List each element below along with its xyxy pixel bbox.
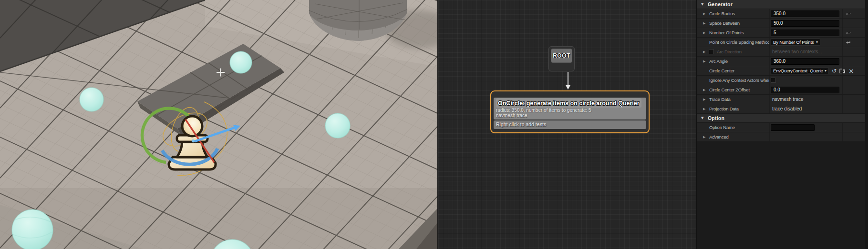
property-label: Number Of Points — [709, 30, 744, 35]
revert-to-default-icon[interactable]: ↩ — [846, 30, 851, 36]
property-row-trace-data: ▶Trace Datanavmesh trace — [697, 95, 868, 104]
property-label: Ignore Any Context Actors when... — [709, 78, 769, 83]
expander-icon[interactable]: ▶ — [703, 135, 705, 139]
property-value-cell: between two contexts... — [769, 47, 842, 56]
property-value-cell — [769, 76, 842, 85]
property-label-cell: Option Name — [697, 123, 769, 132]
property-value-cell: 360.0 — [769, 57, 842, 66]
property-value-cell: 5 — [769, 28, 842, 37]
value-input-circle-radius[interactable]: 350.0 — [771, 10, 839, 17]
value-input-option-name[interactable] — [771, 124, 815, 131]
dropdown-circle-center[interactable]: EnvQueryContext_Querier▾ — [771, 67, 829, 74]
property-extra-cell — [842, 95, 868, 104]
property-value-cell: 50.0 — [769, 19, 842, 28]
value-input-space-between[interactable]: 50.0 — [771, 20, 839, 27]
property-extra-cell: ↩ — [842, 28, 868, 37]
property-row-advanced: ▶Advanced — [697, 132, 868, 142]
expander-icon[interactable]: ▶ — [703, 98, 705, 101]
property-row-projection-data: ▶Projection Datatrace disabled — [697, 104, 868, 114]
property-label: Point on Circle Spacing Method — [709, 40, 769, 45]
node-connection-wire — [568, 72, 568, 86]
property-extra-cell — [842, 85, 868, 94]
property-extra-cell — [842, 76, 868, 85]
property-row-ignore-any-context-actors-when: Ignore Any Context Actors when... — [697, 76, 868, 85]
debug-sphere — [325, 113, 350, 138]
expander-icon[interactable]: ▶ — [703, 107, 705, 111]
property-label: Circle Center — [709, 68, 734, 73]
generator-node-line1: radius: 350.0, number of items to genera… — [496, 108, 644, 113]
pivot-dot — [192, 139, 195, 142]
expander-icon[interactable]: ▶ — [703, 21, 705, 25]
generator-node-header: OnCircle: generate items on circle aroun… — [494, 98, 646, 120]
value-text: between two contexts... — [771, 49, 822, 54]
property-extra-cell — [842, 132, 868, 141]
details-rows: ▼Generator▶Circle Radius350.0↩▶Space Bet… — [697, 0, 868, 142]
collapse-arrow-icon[interactable]: ▼ — [701, 2, 708, 6]
property-extra-cell: ↩ — [842, 38, 868, 47]
property-row-number-of-points: ▶Number Of Points5↩ — [697, 28, 868, 38]
property-value-cell: By Number Of Points▾ — [769, 38, 842, 47]
property-label-cell: ▶Advanced — [697, 132, 769, 141]
value-input-text: 5 — [774, 30, 776, 35]
property-extra-cell — [842, 19, 868, 28]
property-value-cell — [769, 132, 842, 141]
root-node-title: ROOT — [553, 52, 570, 59]
eqs-editor-window: ROOT OnCircle: generate items on circle … — [0, 0, 868, 249]
property-label-cell: ▶Arc Angle — [697, 57, 769, 66]
generator-node-body[interactable]: Right click to add tests — [494, 120, 646, 129]
property-label: Circle Center ZOffset — [709, 87, 750, 92]
property-extra-cell — [842, 47, 868, 56]
checkbox-ignore-any-context-actors-when[interactable] — [771, 78, 776, 83]
3d-viewport[interactable] — [0, 0, 437, 249]
property-row-circle-center-zoffset: ▶Circle Center ZOffset0.0 — [697, 85, 868, 95]
category-label: Option — [708, 115, 724, 121]
expander-icon[interactable]: ▶ — [703, 12, 705, 16]
expander-icon[interactable]: ▶ — [703, 60, 705, 63]
property-label-cell: Point on Circle Spacing Method — [697, 38, 769, 47]
value-input-number-of-points[interactable]: 5 — [771, 30, 839, 36]
property-label: Circle Radius — [709, 11, 735, 16]
property-label: Arc Direction — [717, 49, 742, 54]
property-row-arc-angle: ▶Arc Angle360.0 — [697, 57, 868, 66]
property-row-space-between: ▶Space Between50.0 — [697, 19, 868, 28]
property-row-point-on-circle-spacing-method: Point on Circle Spacing MethodBy Number … — [697, 38, 868, 47]
use-selected-asset-icon[interactable]: ↺ — [832, 68, 837, 74]
value-input-arc-angle[interactable]: 360.0 — [771, 58, 839, 65]
value-input-circle-center-zoffset[interactable]: 0.0 — [771, 87, 839, 93]
category-header-generator[interactable]: ▼Generator — [697, 0, 868, 9]
revert-to-default-icon[interactable]: ↩ — [846, 39, 851, 45]
generator-node-selected[interactable]: OnCircle: generate items on circle aroun… — [490, 90, 650, 133]
details-scrollbar[interactable] — [865, 0, 868, 249]
eqs-graph-canvas[interactable]: ROOT OnCircle: generate items on circle … — [437, 0, 696, 249]
property-label-cell: ▶Space Between — [697, 19, 769, 28]
root-node[interactable]: ROOT — [548, 46, 575, 71]
expander-icon[interactable]: ▶ — [703, 50, 705, 54]
property-value-cell: trace disabled — [769, 104, 842, 113]
property-label-cell: ▶Number Of Points — [697, 28, 769, 37]
category-header-option[interactable]: ▼Option — [697, 114, 868, 123]
dropdown-selected-value: EnvQueryContext_Querier — [773, 68, 823, 73]
property-label-cell: ▶Projection Data — [697, 104, 769, 113]
expander-icon[interactable]: ▶ — [703, 88, 705, 92]
category-label: Generator — [708, 1, 733, 7]
property-extra-cell — [842, 104, 868, 113]
expander-icon[interactable]: ▶ — [703, 31, 705, 35]
revert-to-default-icon[interactable]: ↩ — [846, 10, 851, 17]
dropdown-point-on-circle-spacing-method[interactable]: By Number Of Points▾ — [771, 39, 820, 46]
property-label-cell: ▶Arc Direction — [697, 47, 769, 56]
root-node-title-box: ROOT — [551, 49, 572, 63]
property-label-cell: ▶Circle Radius — [697, 9, 769, 18]
debug-sphere — [12, 209, 53, 249]
property-row-circle-center: Circle CenterEnvQueryContext_Querier▾↺× — [697, 66, 868, 76]
property-label-cell: Ignore Any Context Actors when... — [697, 76, 769, 85]
checkbox-arc-direction[interactable] — [709, 49, 714, 54]
node-connection-arrowhead — [566, 85, 570, 90]
generator-node-title: OnCircle: generate items on circle aroun… — [498, 100, 640, 107]
property-extra-cell — [842, 66, 868, 75]
property-row-option-name: Option Name — [697, 123, 868, 132]
property-label: Option Name — [709, 125, 735, 130]
property-label-cell: ▶Trace Data — [697, 95, 769, 104]
collapse-arrow-icon[interactable]: ▼ — [701, 116, 708, 120]
property-value-cell — [769, 123, 842, 132]
property-row-circle-radius: ▶Circle Radius350.0↩ — [697, 9, 868, 19]
